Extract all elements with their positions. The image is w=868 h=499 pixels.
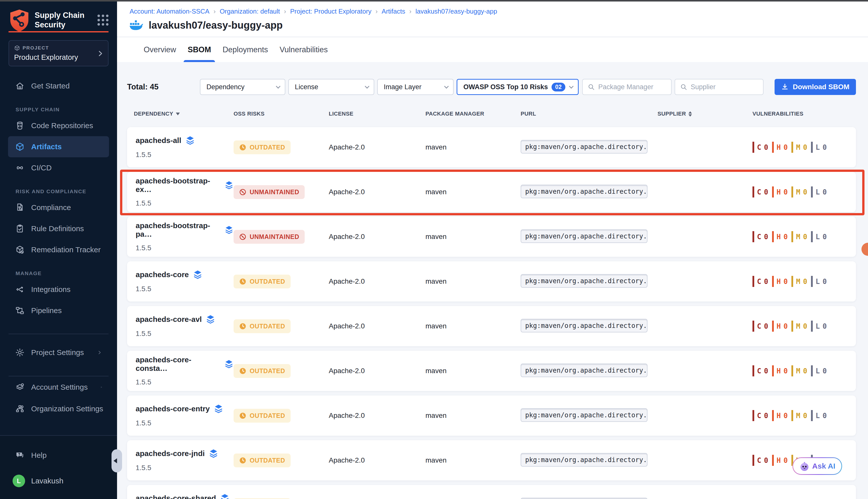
chevron-right-icon [97, 349, 102, 356]
tab-overview[interactable]: Overview [144, 37, 176, 62]
tab-vulnerabilities[interactable]: Vulnerabilities [280, 37, 328, 62]
severity-letter: C [757, 456, 761, 465]
sort-desc-icon[interactable] [176, 112, 180, 115]
sidebar-item-pipelines[interactable]: Pipelines [8, 300, 109, 321]
severity-bar [811, 276, 813, 287]
table-row[interactable]: apacheds-core 1.5.5 OUTDATED Apache-2.0 … [127, 261, 856, 302]
column-header-vulnerabilities[interactable]: VULNERABILITIES [753, 111, 856, 117]
owasp-risks-filter-dropdown[interactable]: OWASP OSS Top 10 Risks 02 [457, 79, 579, 95]
severity-letter: H [777, 277, 781, 286]
sidebar-item-organization-settings[interactable]: Organization Settings [8, 398, 109, 419]
sidebar-section-risk-and-compliance: RISK AND COMPLIANCE [15, 188, 117, 194]
purl-chip[interactable]: pkg:maven/org.apache.directory.s… [521, 319, 647, 332]
dependency-cell: apacheds-all 1.5.5 [127, 136, 234, 159]
sidebar-item-help[interactable]: Help [8, 445, 109, 466]
sidebar-collapse-handle[interactable] [112, 449, 122, 472]
column-header-supplier[interactable]: SUPPLIER [658, 111, 753, 117]
dependency-name: apacheds-core-consta… [136, 355, 220, 373]
table-row[interactable]: apacheds-core-jndi 1.5.5 OUTDATED Apache… [127, 440, 856, 480]
purl-chip[interactable]: pkg:maven/org.apache.directory.s… [521, 274, 647, 288]
vulnerability-severity-m: M0 [791, 410, 807, 421]
page-header: Account: Automation-SSCA›Organization: d… [117, 1, 868, 37]
severity-count: 0 [764, 412, 768, 420]
image-layer-filter-dropdown[interactable]: Image Layer [377, 79, 454, 95]
owasp-filter-count-badge: 02 [551, 83, 566, 92]
sort-icon[interactable] [689, 111, 692, 117]
supplier-search[interactable] [674, 79, 764, 95]
sidebar-nav: Get StartedSUPPLY CHAINCode Repositories… [0, 75, 117, 419]
package-manager-search[interactable] [582, 79, 672, 95]
purl-chip[interactable]: pkg:maven/org.apache.directory.s… [521, 229, 647, 243]
table-row[interactable]: apacheds-core-shared 1.5.5 OUTDATED Apac… [127, 485, 856, 499]
severity-letter: L [816, 277, 820, 286]
oss-risk-cell: UNMAINTAINED [234, 230, 329, 244]
severity-bar [791, 365, 793, 376]
purl-cell: pkg:maven/org.apache.directory.s… [521, 408, 658, 423]
vulnerabilities-cell: C0H0M0L0 [753, 276, 856, 287]
severity-count: 0 [784, 188, 788, 196]
breadcrumb-link[interactable]: Artifacts [382, 8, 405, 15]
purl-chip[interactable]: pkg:maven/org.apache.directory.s… [521, 185, 647, 198]
sidebar-item-code-repositories[interactable]: Code Repositories [8, 115, 109, 136]
vulnerability-severity-l: L0 [811, 142, 827, 153]
sidebar-item-compliance[interactable]: Compliance [8, 197, 109, 218]
sidebar-item-artifacts[interactable]: Artifacts [8, 136, 109, 157]
module-switcher-icon[interactable] [97, 15, 109, 26]
severity-count: 0 [822, 412, 827, 420]
ask-ai-label: Ask AI [812, 462, 835, 470]
breadcrumb-link[interactable]: Project: Product Exploratory [290, 8, 371, 15]
breadcrumb-link[interactable]: Organization: default [220, 8, 280, 15]
purl-chip[interactable]: pkg:maven/org.apache.directory.s… [521, 453, 647, 466]
vulnerability-severity-h: H0 [772, 276, 788, 287]
table-row[interactable]: apacheds-bootstrap-ex… 1.5.5 UNMAINTAINE… [127, 172, 856, 212]
oss-risk-badge: OUTDATED [234, 409, 290, 423]
sidebar-item-project-settings[interactable]: Project Settings [8, 342, 109, 363]
sidebar-divider [9, 334, 109, 334]
breadcrumb-link[interactable]: lavakush07/easy-buggy-app [416, 8, 497, 15]
severity-count: 0 [764, 277, 768, 286]
license-filter-dropdown[interactable]: License [288, 79, 374, 95]
breadcrumb-link[interactable]: Account: Automation-SSCA [129, 8, 210, 15]
sidebar-item-integrations[interactable]: Integrations [8, 279, 109, 300]
total-count: Total: 45 [127, 82, 200, 92]
dependency-cell: apacheds-core 1.5.5 [127, 270, 234, 293]
project-selector[interactable]: PROJECT Product Exploratory [9, 40, 109, 66]
supplier-search-input[interactable] [691, 83, 758, 91]
oss-risk-label: OUTDATED [250, 322, 285, 330]
oss-risk-badge: OUTDATED [234, 453, 290, 467]
column-header-label: SUPPLIER [658, 111, 686, 117]
column-header-oss-risks[interactable]: OSS RISKS [234, 111, 329, 117]
oss-risk-badge: OUTDATED [234, 141, 290, 154]
column-header-dependency[interactable]: DEPENDENCY [127, 111, 234, 117]
column-header-license[interactable]: LICENSE [329, 111, 425, 117]
table-row[interactable]: apacheds-core-entry 1.5.5 OUTDATED Apach… [127, 395, 856, 436]
user-menu[interactable]: L Lavakush [8, 473, 109, 489]
package-manager-search-input[interactable] [598, 83, 666, 91]
table-row[interactable]: apacheds-core-avl 1.5.5 OUTDATED Apache-… [127, 306, 856, 346]
table-row[interactable]: apacheds-core-consta… 1.5.5 OUTDATED Apa… [127, 351, 856, 391]
table-row[interactable]: apacheds-all 1.5.5 OUTDATED Apache-2.0 m… [127, 127, 856, 167]
column-header-purl[interactable]: PURL [521, 111, 658, 117]
pipelines-icon [15, 306, 25, 315]
sidebar-item-rule-definitions[interactable]: Rule Definitions [8, 218, 109, 239]
sidebar-item-get-started[interactable]: Get Started [8, 75, 109, 97]
vulnerability-severity-c: C0 [753, 455, 768, 466]
sidebar-item-ci-cd[interactable]: CI/CD [8, 157, 109, 179]
table-row[interactable]: apacheds-bootstrap-pa… 1.5.5 UNMAINTAINE… [127, 217, 856, 257]
tab-sbom[interactable]: SBOM [188, 37, 211, 62]
dependency-filter-dropdown[interactable]: Dependency [200, 79, 285, 95]
ask-ai-button[interactable]: Ask AI [792, 457, 842, 475]
vulnerability-severity-l: L0 [811, 186, 827, 197]
vulnerability-severity-l: L0 [811, 231, 827, 242]
purl-chip[interactable]: pkg:maven/org.apache.directory.s… [521, 408, 647, 422]
vulnerability-severity-m: M0 [791, 186, 807, 197]
purl-chip[interactable]: pkg:maven/org.apache.directory.s… [521, 498, 647, 499]
sidebar-item-account-settings[interactable]: Account Settings [8, 376, 109, 398]
sidebar-item-remediation-tracker[interactable]: Remediation Tracker [8, 239, 109, 260]
download-sbom-button[interactable]: Download SBOM [774, 79, 856, 95]
purl-chip[interactable]: pkg:maven/org.apache.directory.s… [521, 364, 647, 377]
tab-deployments[interactable]: Deployments [223, 37, 268, 62]
brand-accent-line [9, 31, 109, 33]
column-header-package-manager[interactable]: PACKAGE MANAGER [425, 111, 521, 117]
purl-chip[interactable]: pkg:maven/org.apache.directory.s… [521, 140, 647, 154]
